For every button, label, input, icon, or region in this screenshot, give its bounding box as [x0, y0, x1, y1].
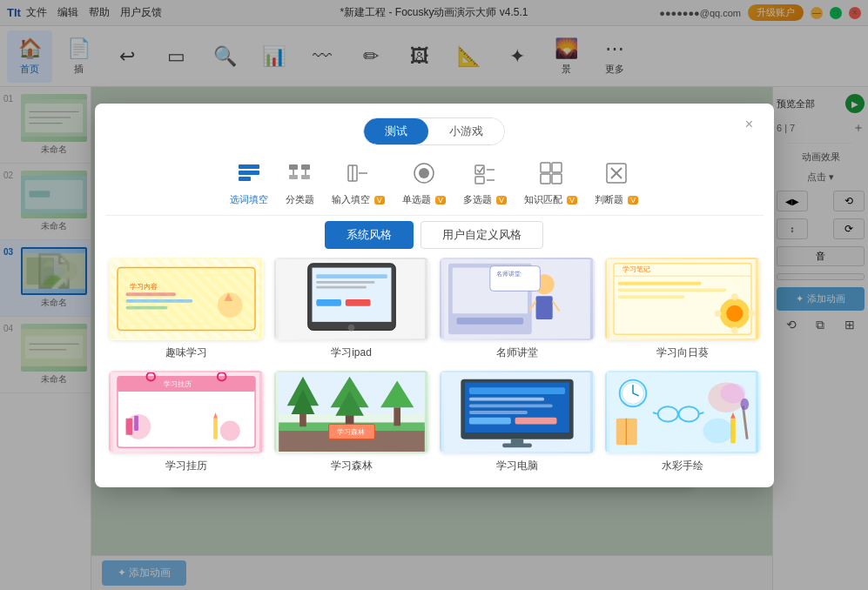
- svg-rect-40: [541, 163, 550, 172]
- svg-text:学习内容: 学习内容: [130, 282, 158, 290]
- svg-rect-29: [289, 175, 298, 179]
- vip-badge-single: V: [435, 196, 446, 204]
- svg-rect-123: [515, 417, 556, 424]
- svg-rect-119: [468, 397, 543, 400]
- modal-tab-group: 测试 小游戏: [363, 117, 505, 145]
- svg-rect-69: [535, 296, 552, 319]
- svg-point-84: [726, 305, 743, 321]
- template-thumb-teacher: 名师讲堂: [440, 258, 595, 340]
- svg-rect-97: [134, 415, 138, 430]
- template-computer-label: 学习电脑: [496, 459, 538, 473]
- svg-rect-63: [316, 298, 341, 305]
- svg-rect-51: [125, 292, 175, 296]
- svg-rect-49: [117, 267, 254, 330]
- template-grid: 学习内容 趣味学习: [95, 258, 774, 487]
- qtype-fill-blank-label: 选词填空: [230, 193, 268, 206]
- qtype-classify[interactable]: 分类题: [286, 161, 314, 206]
- svg-rect-30: [301, 175, 310, 179]
- svg-rect-48: [113, 259, 259, 339]
- fill-blank-icon: [237, 161, 261, 190]
- template-ipad-label: 学习ipad: [331, 345, 372, 360]
- svg-rect-125: [502, 443, 532, 447]
- classify-icon: [287, 161, 312, 190]
- svg-rect-122: [468, 417, 510, 424]
- template-ipad[interactable]: 学习ipad: [274, 258, 429, 360]
- svg-rect-37: [475, 177, 484, 184]
- template-forest[interactable]: 学习森林 学习森林: [274, 371, 429, 473]
- svg-point-86: [731, 326, 738, 333]
- svg-point-87: [714, 310, 721, 317]
- svg-rect-61: [316, 280, 374, 283]
- template-teacher-label: 名师讲堂: [496, 345, 538, 360]
- svg-rect-26: [301, 164, 310, 170]
- template-forest-label: 学习森林: [331, 459, 373, 473]
- svg-rect-22: [239, 164, 259, 169]
- svg-point-85: [731, 293, 738, 300]
- template-calendar-label: 学习挂历: [165, 459, 207, 473]
- vip-badge-multi: V: [496, 196, 507, 204]
- qtype-judge-label: 判断题 V: [595, 193, 638, 206]
- svg-text:学习森林: 学习森林: [337, 427, 365, 435]
- svg-point-138: [703, 418, 732, 443]
- svg-text:学习挂历: 学习挂历: [163, 380, 191, 388]
- svg-rect-121: [468, 411, 527, 414]
- svg-rect-81: [617, 288, 726, 292]
- svg-text:名师讲堂: 名师讲堂: [495, 271, 520, 277]
- svg-rect-25: [289, 164, 298, 170]
- qtype-single-label: 单选题 V: [402, 193, 446, 206]
- svg-rect-52: [125, 298, 192, 302]
- template-watercolor[interactable]: 水彩手绘: [605, 371, 760, 473]
- svg-rect-24: [239, 177, 251, 181]
- input-blank-icon: [346, 161, 370, 190]
- qtype-single[interactable]: 单选题 V: [402, 161, 446, 206]
- qtype-match[interactable]: 知识匹配 V: [524, 161, 577, 206]
- template-thumb-fun-learn: 学习内容: [109, 258, 264, 340]
- single-icon: [412, 161, 436, 190]
- svg-rect-74: [456, 318, 523, 325]
- style-tab-custom[interactable]: 用户自定义风格: [421, 221, 543, 249]
- template-sunflower-label: 学习向日葵: [656, 345, 709, 360]
- template-thumb-calendar: 学习挂历: [109, 371, 264, 453]
- svg-point-98: [219, 420, 239, 440]
- qtype-multi-label: 多选题 V: [463, 193, 507, 206]
- svg-rect-42: [541, 174, 550, 184]
- svg-rect-53: [125, 305, 167, 309]
- style-tabs-row: 系统风格 用户自定义风格: [95, 216, 774, 258]
- template-thumb-sunflower: 学习笔记: [605, 258, 760, 340]
- template-sunflower[interactable]: 学习笔记 学习向日葵: [605, 258, 760, 360]
- svg-rect-60: [316, 274, 387, 278]
- svg-rect-47: [113, 259, 259, 339]
- template-thumb-ipad: [274, 258, 429, 340]
- svg-rect-23: [239, 171, 259, 175]
- template-computer[interactable]: 学习电脑: [440, 371, 595, 473]
- tab-test[interactable]: 测试: [364, 118, 428, 144]
- tab-game[interactable]: 小游戏: [428, 118, 504, 144]
- qtype-judge[interactable]: 判断题 V: [595, 161, 638, 206]
- qtype-classify-label: 分类题: [286, 193, 314, 206]
- svg-rect-139: [730, 418, 736, 443]
- svg-point-88: [748, 310, 755, 317]
- style-tab-system[interactable]: 系统风格: [325, 221, 414, 249]
- svg-rect-64: [345, 298, 370, 305]
- svg-rect-62: [316, 285, 366, 288]
- modal-header: 测试 小游戏 ×: [95, 104, 774, 152]
- svg-rect-41: [552, 163, 562, 172]
- template-thumb-watercolor: [605, 371, 760, 453]
- template-calendar[interactable]: 学习挂历 学习挂历: [109, 371, 264, 473]
- multi-icon: [473, 161, 497, 190]
- qtype-input-blank-label: 输入填空 V: [332, 193, 385, 206]
- svg-point-54: [217, 292, 242, 318]
- vip-badge-match: V: [567, 196, 577, 204]
- template-teacher[interactable]: 名师讲堂 名师讲堂: [440, 258, 595, 360]
- qtype-fill-blank[interactable]: 选词填空: [230, 161, 268, 206]
- match-icon: [539, 161, 563, 190]
- qtype-multi[interactable]: 多选题 V: [463, 161, 507, 206]
- modal-close-button[interactable]: ×: [739, 114, 760, 135]
- template-fun-learn[interactable]: 学习内容 趣味学习: [109, 258, 264, 360]
- qtype-input-blank[interactable]: 输入填空 V: [332, 161, 385, 206]
- svg-text:学习笔记: 学习笔记: [622, 265, 649, 273]
- svg-rect-80: [617, 281, 701, 285]
- svg-rect-72: [489, 265, 539, 291]
- svg-rect-118: [468, 387, 564, 394]
- svg-rect-111: [394, 407, 400, 426]
